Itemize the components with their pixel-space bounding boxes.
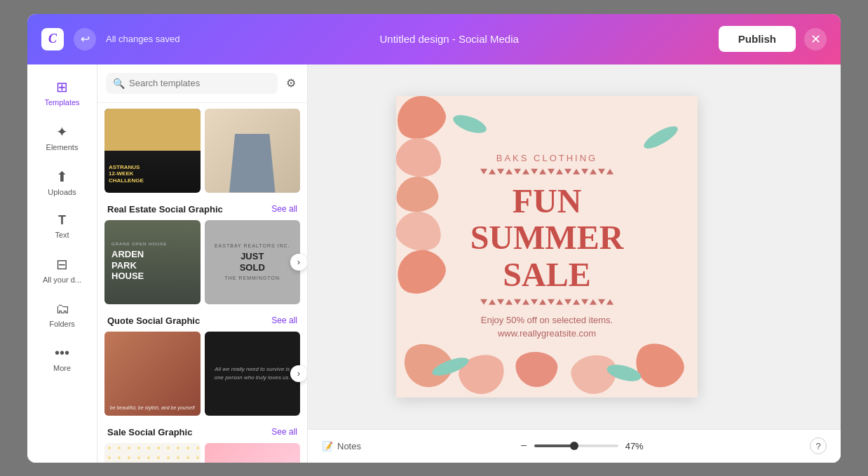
search-icon: 🔍 [113, 78, 125, 89]
watermelon-top-2 [396, 134, 445, 179]
watermelon-top-3 [396, 175, 440, 213]
sidebar-item-all[interactable]: ⊟ All your d... [27, 247, 97, 292]
close-button[interactable]: ✕ [804, 28, 827, 50]
section-real-estate-title: Real Estate Social Graphic [107, 204, 223, 215]
teal-decoration-top-2 [641, 122, 681, 152]
undo-button[interactable]: ↩ [74, 28, 96, 50]
search-input[interactable] [129, 78, 271, 88]
canva-logo: C [41, 28, 64, 50]
sidebar-item-text[interactable]: T Text [27, 205, 97, 247]
left-sidebar: ⊞ Templates ✦ Elements ⬆ Uploads T Text … [27, 64, 97, 463]
sidebar-item-templates[interactable]: ⊞ Templates [27, 70, 97, 115]
search-bar: 🔍 ⚙ [97, 64, 307, 103]
sidebar-item-more[interactable]: ••• More [27, 336, 97, 381]
sidebar-all-label: All your d... [43, 276, 81, 284]
section-quote-title: Quote Social Graphic [107, 315, 200, 326]
templates-icon: ⊞ [56, 79, 68, 95]
zigzag-top [442, 168, 652, 174]
help-icon: ? [815, 441, 820, 451]
quote-grid: be beautiful, be stylish, and be yoursel… [104, 332, 300, 416]
sale-grid [104, 443, 300, 463]
help-button[interactable]: ? [810, 437, 827, 454]
sidebar-item-folders[interactable]: 🗂 Folders [27, 292, 97, 336]
text-icon: T [58, 213, 66, 228]
real-estate-grid: GRAND OPEN HOUSE ARDENPARKHOUSE EASTBAY … [104, 220, 300, 304]
zoom-slider[interactable] [534, 444, 618, 447]
template-card-arden[interactable]: GRAND OPEN HOUSE ARDENPARKHOUSE [104, 220, 201, 304]
zigzag-bottom [442, 299, 652, 305]
template-card-fitness[interactable]: ASTRANUS12-WEEKCHALLENGE [104, 109, 201, 193]
template-card-sale-white[interactable] [104, 443, 201, 463]
design-preview: BAKS CLOTHING FUN SUMMER SALE [396, 96, 698, 397]
zoom-minus-button[interactable]: − [520, 440, 527, 452]
design-subtitle: Enjoy 50% off on selected items. www.rea… [442, 313, 652, 341]
header-left: C ↩ All changes saved [41, 28, 180, 50]
undo-icon: ↩ [81, 32, 90, 46]
canvas-area: BAKS CLOTHING FUN SUMMER SALE [308, 64, 841, 463]
filter-button[interactable]: ⚙ [283, 74, 299, 93]
sidebar-templates-label: Templates [44, 98, 79, 107]
zoom-controls: − 47% [520, 440, 650, 452]
zoom-track [534, 444, 572, 447]
section-real-estate-see-all[interactable]: See all [271, 204, 297, 214]
uploads-icon: ⬆ [56, 168, 68, 185]
section-sale-see-all[interactable]: See all [271, 427, 297, 437]
template-card-just-sold[interactable]: EASTBAY REALTORS INC. JUSTSOLD THE REMMI… [205, 220, 301, 304]
publish-button[interactable]: Publish [719, 26, 796, 52]
sidebar-text-label: Text [55, 231, 69, 239]
section-real-estate: Real Estate Social Graphic See all [104, 196, 300, 220]
sidebar-item-uploads[interactable]: ⬆ Uploads [27, 160, 97, 205]
watermelon-top-4 [396, 206, 446, 255]
all-icon: ⊟ [56, 256, 68, 273]
more-icon: ••• [55, 345, 69, 361]
design-brand-name: BAKS CLOTHING [442, 152, 652, 163]
templates-scroll: ASTRANUS12-WEEKCHALLENGE Real Estate Soc… [97, 103, 307, 463]
modal-body: ⊞ Templates ✦ Elements ⬆ Uploads T Text … [27, 64, 841, 463]
real-estate-nav-arrow[interactable]: › [290, 254, 307, 271]
elements-icon: ✦ [56, 123, 68, 140]
folders-icon: 🗂 [55, 301, 69, 317]
sidebar-more-label: More [53, 364, 71, 372]
section-sale-title: Sale Social Graphic [107, 427, 192, 437]
zoom-value: 47% [625, 441, 651, 451]
design-main-title: FUN SUMMER SALE [442, 182, 652, 293]
sidebar-item-elements[interactable]: ✦ Elements [27, 115, 97, 160]
quote-nav-arrow[interactable]: › [290, 365, 307, 382]
canva-logo-icon: C [41, 28, 64, 50]
filter-icon: ⚙ [286, 77, 296, 89]
watermelon-bot-3 [514, 350, 559, 388]
watermelon-top-1 [396, 96, 451, 145]
header-right: Publish ✕ [719, 26, 827, 52]
saved-text: All changes saved [106, 34, 180, 44]
sidebar-elements-label: Elements [46, 143, 79, 151]
modal-header: C ↩ All changes saved Untitled design - … [27, 14, 841, 64]
publish-modal: C ↩ All changes saved Untitled design - … [27, 14, 841, 463]
template-card-sale-pink[interactable] [205, 443, 301, 463]
fitness-card-text: ASTRANUS12-WEEKCHALLENGE [109, 164, 196, 184]
template-card-building[interactable] [205, 109, 301, 193]
top-template-grid: ASTRANUS12-WEEKCHALLENGE [104, 109, 300, 193]
modal-overlay: C ↩ All changes saved Untitled design - … [0, 0, 868, 476]
template-card-quote-hair[interactable]: be beautiful, be stylish, and be yoursel… [104, 332, 201, 416]
section-quote-see-all[interactable]: See all [271, 315, 297, 325]
bottom-toolbar: 📝 Notes − 47% ? [308, 429, 841, 463]
sidebar-folders-label: Folders [49, 320, 75, 328]
zoom-thumb [570, 442, 578, 450]
sidebar-uploads-label: Uploads [48, 188, 76, 196]
notes-button[interactable]: 📝 Notes [322, 441, 361, 451]
design-text-area: BAKS CLOTHING FUN SUMMER SALE [442, 152, 652, 340]
design-title: Untitled design - Social Media [379, 33, 518, 45]
section-quote: Quote Social Graphic See all [104, 307, 300, 332]
teal-decoration-top-1 [451, 111, 489, 137]
templates-panel: 🔍 ⚙ ASTRANUS12-WEEKCHALLENGE [97, 64, 308, 463]
template-card-quote-dark[interactable]: All we really need to survive is one per… [205, 332, 301, 416]
close-icon: ✕ [811, 32, 821, 47]
notes-icon: 📝 [322, 441, 333, 451]
search-wrapper: 🔍 [106, 73, 278, 94]
canvas-content: BAKS CLOTHING FUN SUMMER SALE [308, 64, 841, 429]
section-sale: Sale Social Graphic See all [104, 419, 300, 443]
watermelon-bot-5 [628, 336, 691, 395]
